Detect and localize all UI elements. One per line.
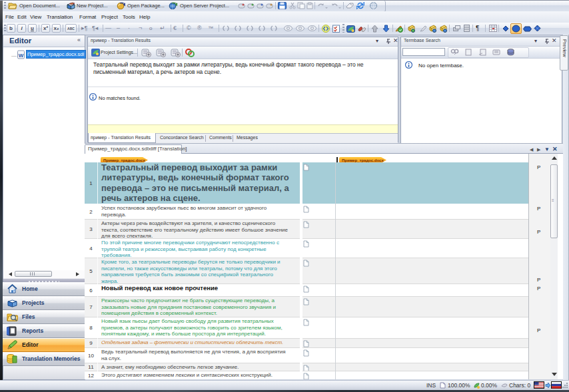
svg-text:Пример_традос.docx: Пример_традос.docx: [103, 158, 145, 162]
svg-text:W: W: [19, 53, 24, 59]
svg-text:Пример_традос.docx: Пример_традос.docx: [342, 158, 384, 162]
